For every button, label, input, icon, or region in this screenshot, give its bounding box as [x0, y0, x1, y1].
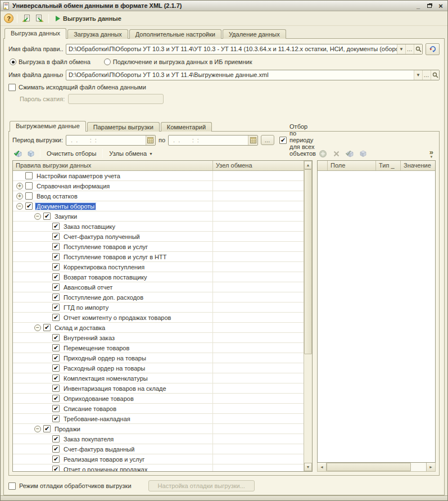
tree-row-checkbox[interactable]: ✔: [52, 294, 60, 301]
tree-row-label[interactable]: Приходный ордер на товары: [62, 355, 147, 362]
tree-row-label[interactable]: Возврат товаров поставщику: [62, 274, 148, 281]
tree-row-label[interactable]: Комплектация номенклатуры: [62, 375, 149, 382]
tree-row-checkbox[interactable]: ✔: [52, 466, 60, 471]
help-icon[interactable]: ?: [4, 13, 13, 23]
data-file-browse-icon[interactable]: …: [422, 70, 431, 80]
calendar-icon[interactable]: [146, 136, 155, 145]
tree-row-checkbox[interactable]: ✔: [43, 213, 51, 220]
restore-icon[interactable]: [425, 2, 434, 10]
period-to-input[interactable]: . . : :: [168, 135, 258, 146]
tree-row-label[interactable]: Перемещение товаров: [62, 345, 130, 351]
tree-row-label[interactable]: Отчет комитенту о продажах товаров: [62, 314, 172, 321]
tree-vertical-scrollbar[interactable]: ▲ ▼: [304, 161, 312, 471]
clear-filters-button[interactable]: Очистить отборы: [44, 149, 99, 158]
tree-row-label[interactable]: Авансовый отчет: [62, 284, 114, 291]
column-type[interactable]: Тип _: [376, 161, 401, 170]
tab-export-params[interactable]: Параметры выгрузки: [87, 122, 160, 132]
tree-row-checkbox[interactable]: ✔: [52, 283, 60, 291]
delete-filter-icon[interactable]: [331, 148, 342, 159]
data-file-dropdown-icon[interactable]: ▼: [414, 70, 422, 80]
tree-row[interactable]: ✔Оприходование товаров: [13, 394, 304, 404]
period-from-input[interactable]: . . : :: [66, 135, 156, 146]
column-value[interactable]: Значение: [401, 161, 435, 170]
tree-row[interactable]: −✔Закупки: [13, 211, 304, 222]
tab-delete-data[interactable]: Удаление данных: [223, 29, 286, 39]
tree-row-checkbox[interactable]: [25, 172, 33, 179]
tree-collapse-icon[interactable]: −: [34, 324, 41, 331]
tree-row-label[interactable]: Списание товаров: [62, 405, 117, 412]
tree-row[interactable]: −✔Продажи: [13, 424, 304, 434]
radio-export-to-file[interactable]: Выгрузка в файл обмена: [10, 58, 90, 65]
tree-row-checkbox[interactable]: ✔: [52, 445, 60, 453]
rules-file-browse-icon[interactable]: …: [405, 44, 414, 54]
scroll-down-icon[interactable]: ▼: [304, 463, 312, 471]
tree-row[interactable]: ✔Возврат товаров поставщику: [13, 272, 304, 282]
tree-row-checkbox[interactable]: ✔: [43, 324, 51, 331]
filter-scroll-thumb[interactable]: [327, 463, 411, 471]
tree-collapse-icon[interactable]: −: [34, 213, 41, 220]
column-exchange-node[interactable]: Узел обмена: [213, 161, 304, 170]
calendar-icon[interactable]: [248, 136, 257, 145]
tree-row-label[interactable]: Корректировка поступления: [62, 264, 146, 270]
rules-file-dropdown-icon[interactable]: ▼: [397, 44, 405, 54]
tree-row-checkbox[interactable]: [25, 192, 33, 200]
tree-row-label[interactable]: Расходный ордер на товары: [62, 365, 146, 372]
tab-comment[interactable]: Комментарий: [161, 122, 212, 132]
check-all-disabled-icon[interactable]: [344, 148, 355, 159]
exchange-nodes-button[interactable]: Узлы обмена ▼: [106, 149, 156, 158]
tree-expand-icon[interactable]: +: [16, 183, 23, 189]
compress-checkbox[interactable]: [8, 84, 16, 91]
tree-row[interactable]: ✔Отчет комитенту о продажах товаров: [13, 313, 304, 323]
tree-row[interactable]: −✔Склад и доставка: [13, 323, 304, 333]
tree-expand-icon[interactable]: +: [16, 193, 23, 200]
tree-row-checkbox[interactable]: ✔: [52, 263, 60, 270]
tree-row[interactable]: ✔Авансовый отчет: [13, 282, 304, 292]
tree-row-label[interactable]: Поступление доп. расходов: [62, 294, 144, 301]
tree-row-checkbox[interactable]: ✔: [52, 415, 60, 422]
tree-row[interactable]: ✔Заказ покупателя: [13, 434, 304, 444]
check-all-icon[interactable]: [12, 148, 24, 159]
tree-row[interactable]: ✔Расходный ордер на товары: [13, 363, 304, 373]
tree-row[interactable]: ✔Комплектация номенклатуры: [13, 373, 304, 383]
tree-row-checkbox[interactable]: [25, 182, 33, 189]
restore-settings-icon[interactable]: [21, 13, 32, 24]
tree-row-checkbox[interactable]: ✔: [52, 233, 60, 240]
rules-file-input[interactable]: D:\Обработки\П\Обороты УТ 10.3 и УТ 11.4…: [66, 44, 423, 55]
period-filter-checkbox-row[interactable]: ✔ Отбор по периоду для всех объектов: [279, 134, 316, 146]
radio-export-to-ib[interactable]: Подключение и выгрузка данных в ИБ прием…: [104, 58, 252, 65]
tree-row[interactable]: ✔Корректировка поступления: [13, 262, 304, 272]
tree-row-label[interactable]: Поступление товаров и услуг в НТТ: [62, 254, 168, 260]
tree-row-label[interactable]: Заказ поставщику: [62, 223, 116, 230]
period-filter-checkbox[interactable]: ✔: [279, 137, 287, 144]
tree-row-checkbox[interactable]: ✔: [52, 374, 60, 382]
tree-row-checkbox[interactable]: ✔: [52, 304, 60, 311]
uncheck-all-icon[interactable]: [25, 148, 37, 159]
tree-row[interactable]: ✔Реализация товаров и услуг: [13, 454, 304, 464]
tree-row[interactable]: ✔Требование-накладная: [13, 414, 304, 424]
tab-additional-settings[interactable]: Дополнительные настройки: [129, 29, 221, 39]
tree-row-label[interactable]: Документы обороты: [35, 203, 96, 210]
tree-row-label[interactable]: Реализация товаров и услуг: [62, 456, 146, 463]
scroll-right-icon[interactable]: ►: [426, 463, 435, 471]
tree-row-label[interactable]: Заказ покупателя: [62, 436, 115, 443]
tree-row-label[interactable]: Закупки: [53, 213, 78, 220]
tree-row[interactable]: −✔Документы обороты: [13, 201, 304, 211]
tab-import-data[interactable]: Загрузка данных: [67, 29, 128, 39]
tree-row-checkbox[interactable]: ✔: [52, 314, 60, 321]
tree-row-checkbox[interactable]: ✔: [25, 202, 33, 210]
period-more-button[interactable]: …: [261, 135, 274, 145]
tree-row[interactable]: ✔Перемещение товаров: [13, 343, 304, 353]
column-rules[interactable]: Правила выгрузки данных: [13, 161, 213, 170]
tree-collapse-icon[interactable]: −: [34, 426, 41, 432]
save-settings-icon[interactable]: [34, 13, 45, 24]
tree-row-checkbox[interactable]: ✔: [52, 405, 60, 412]
scroll-left-icon[interactable]: ◄: [318, 463, 327, 471]
filter-horizontal-scrollbar[interactable]: ◄ ►: [317, 463, 436, 472]
tree-row[interactable]: ✔Поступление товаров и услуг в НТТ: [13, 252, 304, 262]
tree-row-checkbox[interactable]: ✔: [52, 395, 60, 402]
tree-row-checkbox[interactable]: ✔: [52, 334, 60, 341]
tree-row[interactable]: ✔Списание товаров: [13, 404, 304, 414]
tree-row-label[interactable]: Поступление товаров и услуг: [62, 243, 149, 250]
tree-row-checkbox[interactable]: ✔: [52, 435, 60, 443]
tree-row-label[interactable]: Счет-фактура полученный: [62, 233, 141, 240]
